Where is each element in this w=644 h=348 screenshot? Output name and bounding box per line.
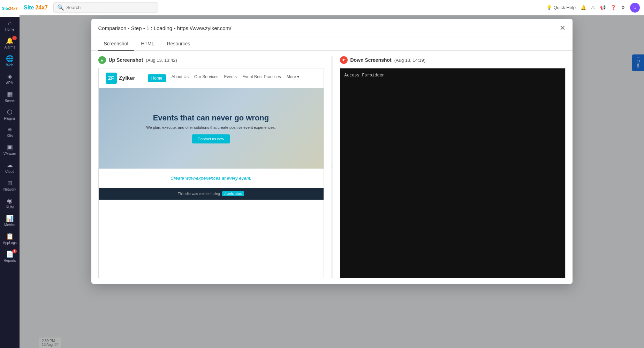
alarms-badge: 8: [12, 36, 17, 40]
nav-services[interactable]: Our Services: [194, 74, 218, 82]
down-label-text: Down Screenshot: [350, 57, 392, 63]
footer-text: This site was created using: [178, 192, 220, 196]
zoho-sites-logo: ⬡ Zoho Sites: [222, 191, 244, 196]
down-label-date: (Aug 13, 14:19): [394, 58, 426, 63]
k8s-icon: ⎈: [8, 126, 12, 133]
up-screenshot-image: ZF Zylker Home About Us Our Services Eve…: [98, 68, 324, 278]
up-screenshot-panel: ▲ Up Screenshot (Aug 13, 13:42) ZF Zylke…: [98, 56, 324, 278]
sidebar-item-applogs[interactable]: 📋 AppLogs: [0, 230, 20, 247]
cloud-icon: ☁: [7, 161, 13, 169]
zylker-brand-name: Zylker: [119, 75, 135, 81]
sidebar-item-server[interactable]: ▦ Server: [0, 88, 20, 105]
sidebar-item-k8s[interactable]: ⎈ K8s: [0, 123, 20, 141]
sidebar-item-label: Server: [5, 99, 15, 103]
nav-home[interactable]: Home: [148, 74, 166, 82]
question-button[interactable]: ❓: [611, 5, 616, 10]
sidebar-item-label: Alarms: [4, 45, 15, 49]
settings-button[interactable]: ⚙: [621, 5, 625, 10]
sidebar-item-reports[interactable]: 📄 Reports 1: [0, 247, 20, 265]
sidebar-item-label: Reports: [3, 259, 16, 262]
nav-about[interactable]: About Us: [172, 74, 189, 82]
tab-bar: Screenshot HTML Resources: [91, 37, 573, 51]
nav-events[interactable]: Events: [224, 74, 237, 82]
network-icon: ⊞: [7, 179, 13, 187]
up-status-icon: ▲: [98, 56, 106, 64]
zylker-hero-content: Events that can never go wrong We plan, …: [146, 113, 275, 143]
resize-handle[interactable]: ⋮: [331, 56, 333, 278]
topbar-actions: 💡 Quick Help 🔔 ⚠ 📢 ❓ ⚙ U: [546, 3, 640, 13]
access-forbidden-text: Access Forbidden: [344, 73, 561, 77]
zylker-cta-button[interactable]: Contact us now: [192, 134, 230, 143]
search-box[interactable]: 🔍: [53, 2, 158, 13]
sidebar-item-cloud[interactable]: ☁ Cloud: [0, 158, 20, 176]
sidebar-item-home[interactable]: ⌂ Home: [0, 17, 20, 34]
zylker-logo: ZF Zylker: [106, 73, 135, 84]
quick-help-button[interactable]: 💡 Quick Help: [546, 5, 576, 10]
user-avatar[interactable]: U: [630, 3, 640, 13]
footer-brand: Zoho Sites: [227, 192, 242, 195]
broadcast-icon: 📢: [600, 5, 606, 10]
sidebar-item-label: APM: [6, 81, 14, 85]
modal-close-button[interactable]: ✕: [560, 24, 566, 31]
help-icon: 💡: [546, 5, 552, 10]
down-status-icon: ▼: [340, 56, 348, 64]
zylker-hero: Events that can never go wrong We plan, …: [99, 88, 324, 169]
sidebar-item-metrics[interactable]: 📊 Metrics: [0, 212, 20, 230]
down-screenshot-image: Access Forbidden: [340, 68, 566, 278]
nav-more[interactable]: More ▾: [287, 74, 300, 82]
settings-icon: ⚙: [621, 5, 625, 10]
zylker-logo-icon: ZF: [106, 73, 117, 84]
search-input[interactable]: [66, 5, 154, 10]
question-icon: ❓: [611, 5, 616, 10]
tab-resources[interactable]: Resources: [161, 37, 196, 51]
rum-icon: ◉: [7, 197, 13, 205]
sidebar-item-label: AppLogs: [3, 241, 16, 245]
sidebar-item-label: Web: [6, 63, 13, 67]
sidebar-item-vmware[interactable]: ▣ VMware: [0, 141, 20, 158]
section-text: Create wow-experiences at every event.: [171, 176, 251, 181]
modal-header: Comparison - Step - 1 : Loading - https:…: [91, 19, 573, 37]
sidebar-item-rum[interactable]: ◉ RUM: [0, 194, 20, 212]
tab-screenshot[interactable]: Screenshot: [98, 37, 134, 51]
sidebar-item-plugins[interactable]: ⬡ Plugins: [0, 105, 20, 123]
bell-icon: 🔔: [581, 5, 586, 10]
server-icon: ▦: [7, 90, 13, 98]
zylker-nav-links: Home About Us Our Services Events Event …: [148, 74, 300, 82]
reports-badge: 1: [12, 249, 17, 253]
screenshots-area: ▲ Up Screenshot (Aug 13, 13:42) ZF Zylke…: [91, 51, 573, 284]
quick-help-label: Quick Help: [553, 5, 576, 10]
zylker-nav: ZF Zylker Home About Us Our Services Eve…: [99, 68, 324, 88]
sidebar-item-alarms[interactable]: 🔔 Alarms 8: [0, 34, 20, 52]
hero-sub: We plan, execute, and offer solutions th…: [146, 125, 275, 129]
broadcast-button[interactable]: 📢: [600, 5, 606, 10]
sidebar-item-label: RUM: [6, 205, 14, 209]
alerts-button[interactable]: ⚠: [591, 5, 595, 10]
notifications-button[interactable]: 🔔: [581, 5, 586, 10]
comparison-modal: Comparison - Step - 1 : Loading - https:…: [91, 19, 573, 284]
down-screenshot-panel: ▼ Down Screenshot (Aug 13, 14:19) Access…: [340, 56, 566, 278]
sidebar-item-label: Plugins: [4, 117, 16, 120]
zylker-section: Create wow-experiences at every event.: [99, 169, 324, 188]
sidebar-item-network[interactable]: ⊞ Network: [0, 176, 20, 194]
sidebar-item-web[interactable]: 🌐 Web: [0, 52, 20, 70]
up-label-text: Up Screenshot: [109, 57, 143, 63]
apm-icon: ◈: [7, 73, 12, 80]
hero-heading: Events that can never go wrong: [146, 113, 275, 123]
web-icon: 🌐: [6, 55, 14, 62]
modal-overlay: Comparison - Step - 1 : Loading - https:…: [20, 15, 644, 348]
down-screen-content: Access Forbidden: [340, 68, 565, 278]
sidebar-item-label: VMware: [3, 152, 16, 156]
sidebar-logo[interactable]: Site24x7: [0, 0, 20, 17]
sidebar-item-label: K8s: [7, 134, 13, 138]
sidebar-item-apm[interactable]: ◈ APM: [0, 70, 20, 88]
home-icon: ⌂: [8, 20, 12, 27]
app-logo[interactable]: Site24x7: [24, 5, 48, 11]
alert-icon: ⚠: [591, 5, 595, 10]
nav-best-practices[interactable]: Event Best Practices: [242, 74, 281, 82]
sidebar-item-label: Home: [5, 28, 15, 31]
zylker-footer: This site was created using ⬡ Zoho Sites: [99, 188, 324, 200]
modal-title: Comparison - Step - 1 : Loading - https:…: [98, 25, 232, 31]
topbar: Site24x7 🔍 💡 Quick Help 🔔 ⚠ 📢 ❓ ⚙ U: [20, 0, 644, 15]
main-content: Comparison - Step - 1 : Loading - https:…: [20, 15, 644, 348]
tab-html[interactable]: HTML: [135, 37, 160, 51]
